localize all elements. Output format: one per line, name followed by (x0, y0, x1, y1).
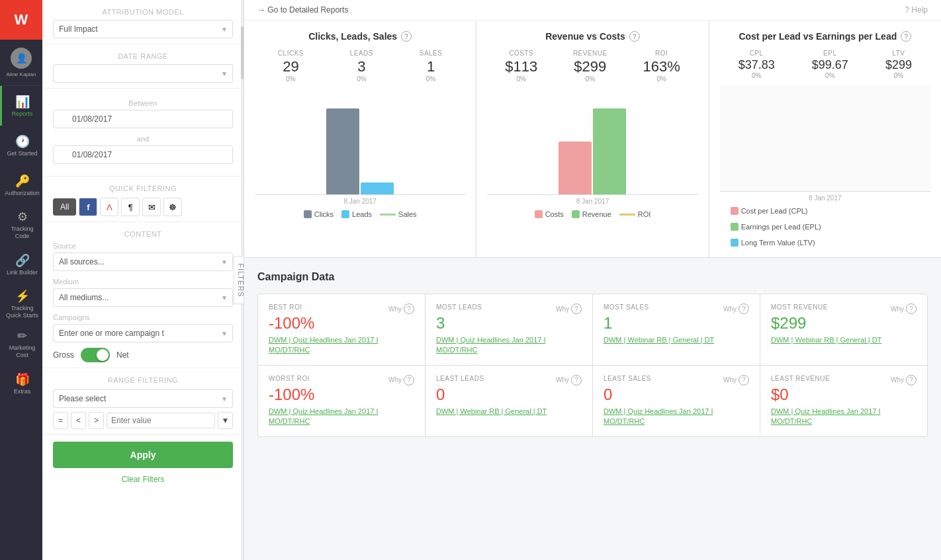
most-sales-sub[interactable]: DWM | Webinar RB | General | DT (604, 335, 749, 345)
least-leads-header: LEAST LEADS Why ? (436, 375, 582, 385)
range-value-input[interactable] (107, 413, 215, 428)
leads-change: 0% (350, 75, 373, 83)
date-range-select[interactable] (53, 64, 233, 83)
epl-label: EPL (812, 50, 848, 57)
filter-email-button[interactable]: ✉ (142, 198, 161, 216)
least-leads-cell: LEAST LEADS Why ? 0 DWM | Webinar RB | G… (426, 366, 592, 436)
filters-tab[interactable]: FILTERS (233, 256, 244, 304)
best-roi-why-icon[interactable]: ? (404, 303, 414, 314)
chart-cpl-epl: Cost per Lead vs Earnings per Lead ? CPL… (709, 20, 941, 257)
chart2-bars (490, 89, 695, 194)
go-detailed-link[interactable]: → Go to Detailed Reports (257, 5, 348, 15)
chart1-legend: Clicks Leads Sales (255, 210, 465, 218)
worst-roi-sub[interactable]: DWM | Quiz Headlines Jan 2017 I MO/DT/RH… (269, 407, 414, 427)
filter-other1-button[interactable]: ¶ (121, 198, 140, 216)
costs-change: 0% (505, 75, 537, 83)
most-sales-why[interactable]: Why ? (723, 303, 749, 314)
clear-filters-button[interactable]: Clear Filters (42, 471, 244, 488)
nav-item-authorization-label: Authorization (5, 190, 40, 196)
date-from-wrapper: 📅 (53, 110, 233, 131)
filter-facebook-button[interactable]: f (79, 198, 97, 216)
date-to-input[interactable] (53, 145, 233, 164)
least-sales-value: 0 (604, 385, 749, 404)
least-revenue-why-icon[interactable]: ? (906, 375, 917, 385)
least-revenue-sub[interactable]: DWM | Quiz Headlines Jan 2017 I MO/DT/RH… (771, 407, 917, 427)
apply-button[interactable]: Apply (53, 442, 233, 468)
least-sales-sub[interactable]: DWM | Quiz Headlines Jan 2017 I MO/DT/RH… (604, 407, 749, 427)
revenue-label: REVENUE (573, 50, 607, 57)
nav-item-marketing-cost[interactable]: ✏ Marketing Cost (0, 324, 42, 364)
least-leads-why[interactable]: Why ? (556, 375, 582, 385)
nav-item-reports[interactable]: 📊 Reports (0, 86, 42, 126)
range-filter-label: RANGE FILTERING (53, 376, 233, 384)
date-from-input[interactable] (53, 110, 233, 128)
costs-value: $113 (505, 58, 537, 75)
most-revenue-label: MOST REVENUE (771, 303, 828, 311)
most-sales-why-icon[interactable]: ? (739, 303, 749, 314)
range-gt-button[interactable]: > (89, 412, 104, 429)
nav-item-get-started[interactable]: 🕐 Get Started (0, 126, 42, 165)
best-roi-sub[interactable]: DWM | Quiz Headlines Jan 2017 I MO/DT/RH… (269, 335, 414, 356)
user-name: Aline Kaplan (7, 71, 36, 78)
least-revenue-why[interactable]: Why ? (891, 375, 917, 385)
nav-item-tracking-code[interactable]: ⚙ Tracking Code (0, 205, 42, 245)
source-label: Source (53, 242, 233, 250)
attribution-select[interactable]: Full Impact (53, 20, 233, 38)
range-extra-button[interactable]: ▼ (218, 412, 233, 429)
nav-item-extras[interactable]: 🎁 Extras (0, 364, 42, 403)
most-revenue-why-icon[interactable]: ? (906, 303, 917, 314)
campaigns-select[interactable]: Enter one or more campaign t (53, 324, 233, 342)
chart3-info-icon[interactable]: ? (901, 31, 911, 42)
toggle-knob (97, 349, 109, 361)
least-sales-why[interactable]: Why ? (723, 375, 749, 385)
clicks-label: CLICKS (278, 50, 304, 57)
source-select[interactable]: All sources... (53, 253, 233, 271)
range-select[interactable]: Please select (53, 389, 233, 408)
most-leads-sub[interactable]: DWM | Quiz Headlines Jan 2017 I MO/DT/RH… (436, 335, 582, 356)
worst-roi-why-icon[interactable]: ? (404, 375, 414, 385)
best-roi-why[interactable]: Why ? (388, 303, 414, 314)
nav-item-link-builder[interactable]: 🔗 Link Builder (0, 245, 42, 284)
worst-roi-why[interactable]: Why ? (388, 375, 414, 385)
chart2-info-icon[interactable]: ? (629, 31, 640, 42)
least-sales-why-icon[interactable]: ? (739, 375, 749, 385)
chart1-area (255, 89, 465, 195)
costs-legend-dot (535, 210, 543, 218)
worst-roi-label: WORST ROI (269, 375, 310, 382)
leads-label: LEADS (350, 50, 373, 57)
most-leads-header: MOST LEADS Why ? (436, 303, 582, 314)
epl-legend-dot (731, 223, 739, 231)
gross-net-row: Gross Net (53, 348, 233, 362)
range-select-wrapper: Please select ▼ (53, 389, 233, 408)
range-eq-button[interactable]: = (53, 412, 68, 429)
most-leads-why[interactable]: Why ? (556, 303, 582, 314)
most-revenue-why[interactable]: Why ? (891, 303, 917, 314)
nav-avatar[interactable]: 👤 Aline Kaplan (0, 40, 42, 86)
filter-all-button[interactable]: All (53, 198, 76, 216)
campaign-title: Campaign Data (257, 271, 928, 283)
help-button[interactable]: ? Help (905, 5, 928, 15)
gross-net-toggle[interactable] (81, 348, 110, 362)
roi-change: 0% (643, 75, 680, 83)
most-revenue-sub[interactable]: DWM | Webinar RB | General | DT (771, 335, 917, 345)
medium-select[interactable]: All mediums... (53, 288, 233, 307)
revenue-change: 0% (573, 75, 607, 83)
least-leads-why-icon[interactable]: ? (571, 375, 582, 385)
least-leads-sub[interactable]: DWM | Webinar RB | General | DT (436, 407, 582, 417)
sidebar-collapse-button[interactable]: ◀ (244, 271, 244, 290)
filter-other2-button[interactable]: ☸ (163, 198, 182, 216)
nav-item-authorization[interactable]: 🔑 Authorization (0, 165, 42, 205)
filter-adwords-button[interactable]: Λ (100, 198, 118, 216)
chart2-date: 8 Jan 2017 (487, 198, 697, 205)
cpl-label: CPL (739, 50, 775, 57)
least-sales-cell: LEAST SALES Why ? 0 DWM | Quiz Headlines… (593, 366, 760, 436)
nav-item-tracking-quick-starts[interactable]: ⚡ Tracking Quick Starts (0, 284, 42, 324)
legend-ltv: Long Term Value (LTV) (731, 239, 815, 247)
most-leads-why-icon[interactable]: ? (571, 303, 582, 314)
campaigns-label: Campaigns (53, 313, 233, 321)
top-bar: → Go to Detailed Reports ? Help (244, 0, 941, 20)
clicks-value: 29 (278, 58, 304, 75)
leads-bar (361, 182, 394, 194)
chart1-info-icon[interactable]: ? (401, 31, 412, 42)
range-lt-button[interactable]: < (71, 412, 86, 429)
